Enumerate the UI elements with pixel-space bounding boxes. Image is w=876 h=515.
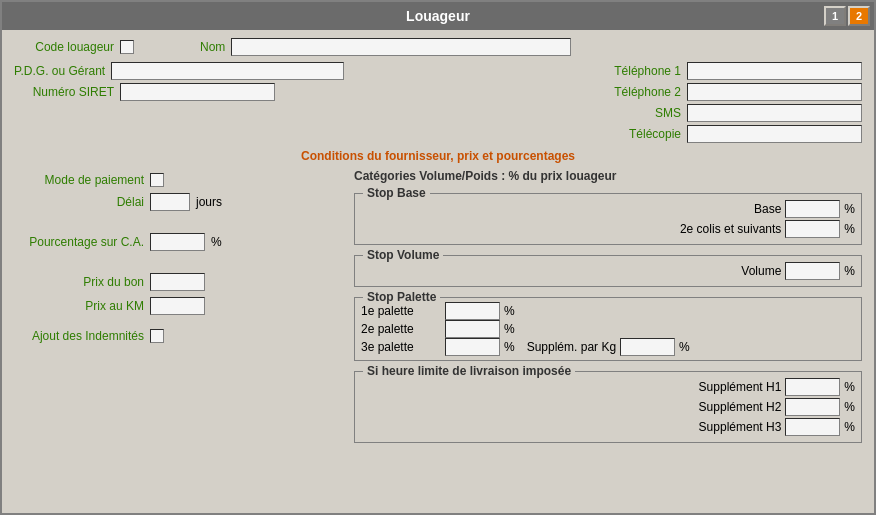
indemnites-checkbox[interactable] bbox=[150, 329, 164, 343]
pourcentage-label: Pourcentage sur C.A. bbox=[14, 235, 144, 249]
h1-label: Supplément H1 bbox=[699, 380, 782, 394]
title-bar-buttons: 1 2 bbox=[824, 6, 870, 26]
sms-input[interactable] bbox=[687, 104, 862, 122]
suppl-kg-input[interactable] bbox=[620, 338, 675, 356]
tel1-input[interactable] bbox=[687, 62, 862, 80]
suppl-kg-pct: % bbox=[679, 340, 690, 354]
pdg-input[interactable] bbox=[111, 62, 344, 80]
telecopie-input[interactable] bbox=[687, 125, 862, 143]
siret-label: Numéro SIRET bbox=[14, 85, 114, 99]
header-grid: P.D.G. ou Gérant Numéro SIRET Téléphone … bbox=[14, 62, 862, 143]
content-area: Code louageur Nom P.D.G. ou Gérant Numér… bbox=[2, 30, 874, 513]
indemnites-label: Ajout des Indemnités bbox=[14, 329, 144, 343]
pdg-row: P.D.G. ou Gérant bbox=[14, 62, 344, 80]
stop-base-group: Stop Base Base % 2e colis et suivants % bbox=[354, 193, 862, 245]
telecopie-label: Télécopie bbox=[629, 127, 681, 141]
siret-row: Numéro SIRET bbox=[14, 83, 344, 101]
palette3-label: 3e palette bbox=[361, 340, 441, 354]
base-pct: % bbox=[844, 202, 855, 216]
pourcentage-row: Pourcentage sur C.A. % bbox=[14, 233, 344, 251]
tel1-row: Téléphone 1 bbox=[348, 62, 862, 80]
jours-label: jours bbox=[196, 195, 222, 209]
colis-label: 2e colis et suivants bbox=[680, 222, 781, 236]
tel2-row: Téléphone 2 bbox=[348, 83, 862, 101]
main-window: Louageur 1 2 Code louageur Nom P.D.G. ou… bbox=[0, 0, 876, 515]
pct-symbol: % bbox=[211, 235, 222, 249]
sms-row: SMS bbox=[348, 104, 862, 122]
window-title: Louageur bbox=[406, 8, 470, 24]
base-input[interactable] bbox=[785, 200, 840, 218]
code-louageur-checkbox[interactable] bbox=[120, 40, 134, 54]
palette1-row: 1e palette % bbox=[361, 302, 855, 320]
code-louageur-label: Code louageur bbox=[14, 40, 114, 54]
palette1-pct: % bbox=[504, 304, 515, 318]
h2-row: Supplément H2 % bbox=[361, 398, 855, 416]
title-bar: Louageur 1 2 bbox=[2, 2, 874, 30]
nom-label: Nom bbox=[200, 40, 225, 54]
palette3-row: 3e palette % Supplém. par Kg % bbox=[361, 338, 855, 356]
h1-input[interactable] bbox=[785, 378, 840, 396]
prix-km-row: Prix au KM bbox=[14, 297, 344, 315]
btn1[interactable]: 1 bbox=[824, 6, 846, 26]
palette3-pct: % bbox=[504, 340, 515, 354]
siret-input[interactable] bbox=[120, 83, 275, 101]
pdg-label: P.D.G. ou Gérant bbox=[14, 64, 105, 78]
btn2[interactable]: 2 bbox=[848, 6, 870, 26]
h1-row: Supplément H1 % bbox=[361, 378, 855, 396]
palette2-input[interactable] bbox=[445, 320, 500, 338]
colis-row: 2e colis et suivants % bbox=[361, 220, 855, 238]
telecopie-row: Télécopie bbox=[348, 125, 862, 143]
h3-pct: % bbox=[844, 420, 855, 434]
h3-row: Supplément H3 % bbox=[361, 418, 855, 436]
palette3-input[interactable] bbox=[445, 338, 500, 356]
indemnites-row: Ajout des Indemnités bbox=[14, 329, 344, 343]
h3-input[interactable] bbox=[785, 418, 840, 436]
stop-base-title: Stop Base bbox=[363, 186, 430, 200]
h3-label: Supplément H3 bbox=[699, 420, 782, 434]
palette2-pct: % bbox=[504, 322, 515, 336]
pourcentage-input[interactable] bbox=[150, 233, 205, 251]
categories-label: Catégories Volume/Poids : % du prix loua… bbox=[354, 169, 862, 183]
sms-label: SMS bbox=[655, 106, 681, 120]
prix-bon-input[interactable] bbox=[150, 273, 205, 291]
mode-paiement-checkbox[interactable] bbox=[150, 173, 164, 187]
prix-bon-label: Prix du bon bbox=[14, 275, 144, 289]
tel2-input[interactable] bbox=[687, 83, 862, 101]
section-title: Conditions du fournisseur, prix et pourc… bbox=[301, 149, 575, 163]
header-left: P.D.G. ou Gérant Numéro SIRET bbox=[14, 62, 344, 143]
mode-paiement-label: Mode de paiement bbox=[14, 173, 144, 187]
section-divider: Conditions du fournisseur, prix et pourc… bbox=[14, 149, 862, 163]
prix-km-label: Prix au KM bbox=[14, 299, 144, 313]
tel2-label: Téléphone 2 bbox=[614, 85, 681, 99]
stop-palette-title: Stop Palette bbox=[363, 290, 440, 304]
left-panel: Mode de paiement Délai jours Pourcentage… bbox=[14, 169, 344, 505]
header-right: Téléphone 1 Téléphone 2 SMS Télécopie bbox=[348, 62, 862, 143]
h2-pct: % bbox=[844, 400, 855, 414]
stop-palette-group: Stop Palette 1e palette % 2e palette % 3… bbox=[354, 297, 862, 361]
h2-input[interactable] bbox=[785, 398, 840, 416]
delai-label: Délai bbox=[14, 195, 144, 209]
palette1-label: 1e palette bbox=[361, 304, 441, 318]
tel1-label: Téléphone 1 bbox=[614, 64, 681, 78]
palette1-input[interactable] bbox=[445, 302, 500, 320]
volume-row: Volume % bbox=[361, 262, 855, 280]
nom-input[interactable] bbox=[231, 38, 571, 56]
stop-volume-group: Stop Volume Volume % bbox=[354, 255, 862, 287]
volume-label: Volume bbox=[741, 264, 781, 278]
h1-pct: % bbox=[844, 380, 855, 394]
heure-limite-title: Si heure limite de livraison imposée bbox=[363, 364, 575, 378]
prix-km-input[interactable] bbox=[150, 297, 205, 315]
palette2-label: 2e palette bbox=[361, 322, 441, 336]
volume-input[interactable] bbox=[785, 262, 840, 280]
base-row: Base % bbox=[361, 200, 855, 218]
colis-pct: % bbox=[844, 222, 855, 236]
prix-bon-row: Prix du bon bbox=[14, 273, 344, 291]
colis-input[interactable] bbox=[785, 220, 840, 238]
volume-pct: % bbox=[844, 264, 855, 278]
suppl-kg-label: Supplém. par Kg bbox=[527, 340, 616, 354]
delai-input[interactable] bbox=[150, 193, 190, 211]
delai-row: Délai jours bbox=[14, 193, 344, 211]
mode-paiement-row: Mode de paiement bbox=[14, 173, 344, 187]
h2-label: Supplément H2 bbox=[699, 400, 782, 414]
main-body: Mode de paiement Délai jours Pourcentage… bbox=[14, 169, 862, 505]
